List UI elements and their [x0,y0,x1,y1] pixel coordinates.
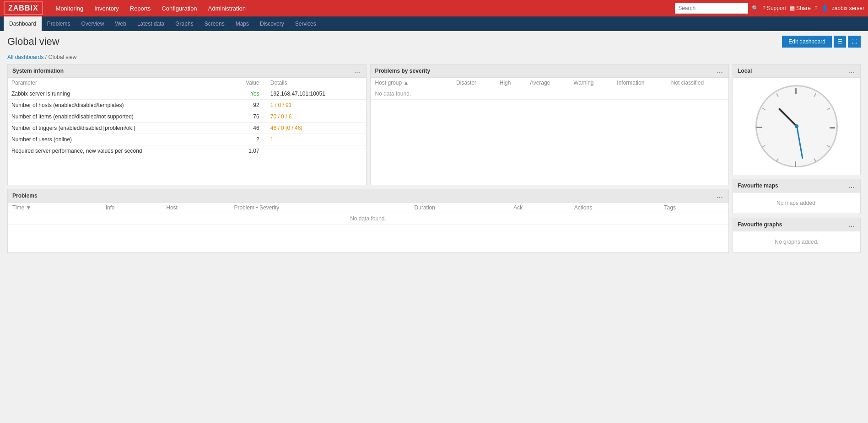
sysinfo-row-5: Required server performance, new values … [8,145,366,157]
problems-severity-widget: Problems by severity … Host group ▲ Disa… [370,64,729,185]
clock-header: Local … [733,64,860,78]
favourite-graphs-no-data: No graphs added. [775,239,818,245]
sysinfo-param-2: Number of items (enabled/disabled/not su… [8,111,227,123]
sysinfo-row-3: Number of triggers (enabled/disabled [pr… [8,123,366,134]
subnav-services[interactable]: Services [290,16,322,31]
breadcrumb: All dashboards / Global view [0,52,868,64]
sysinfo-val-4: 2 [227,134,267,145]
favourite-graphs-widget: Favourite graphs … No graphs added. [733,218,861,253]
problems-severity-header: Problems by severity … [371,64,729,78]
prob-col-problem: Problem • Severity [229,203,410,213]
prob-col-host: Host [162,203,229,213]
subnav-web[interactable]: Web [109,16,131,31]
prob-col-tags: Tags [660,203,728,213]
problems-severity-menu[interactable]: … [717,67,724,75]
prob-col-info: Info [101,203,162,213]
sysinfo-detail-2[interactable]: 70 / 0 / 6 [267,111,366,123]
sysinfo-detail-0: 192.168.47.101:10051 [267,88,366,100]
prob-col-duration: Duration [410,203,509,213]
subnav-dashboard[interactable]: Dashboard [4,16,42,31]
problems-header: Problems … [8,189,728,203]
search-icon[interactable]: 🔍 [752,5,759,11]
sysinfo-detail-4[interactable]: 1 [267,134,366,145]
favourite-graphs-title: Favourite graphs [738,221,782,228]
sysinfo-val-0: Yes [227,88,267,100]
psev-no-data-row: No data found. [371,88,729,100]
system-info-title: System information [12,68,64,74]
psev-col-warning: Warning [569,78,612,88]
dashboard-menu-button[interactable]: ☰ [834,36,846,48]
favourite-maps-no-data: No maps added. [776,200,817,206]
system-info-table: Parameter Value Details Zabbix server is… [8,78,366,156]
sysinfo-detail-5 [267,145,366,157]
share-link[interactable]: ▦ Share [790,5,811,11]
sysinfo-param-5: Required server performance, new values … [8,145,227,157]
support-icon: ? [762,5,766,11]
nav-reports[interactable]: Reports [124,0,156,16]
sysinfo-param-4: Number of users (online) [8,134,227,145]
problems-table: Time ▼ Info Host Problem • Severity Dura… [8,203,728,225]
clock-minute-hand [796,126,803,159]
top-nav-right: 🔍 ? Support ▦ Share ? 👤 zabbix server [675,3,864,14]
sysinfo-detail-1[interactable]: 1 / 0 / 91 [267,100,366,111]
right-column: Local … [733,64,861,253]
clock-hour-hand [778,108,798,127]
sysinfo-val-2: 76 [227,111,267,123]
col-parameter: Parameter [8,78,227,88]
subnav-overview[interactable]: Overview [75,16,109,31]
sysinfo-val-5: 1.07 [227,145,267,157]
psev-col-disaster: Disaster [452,78,495,88]
subnav-maps[interactable]: Maps [230,16,254,31]
dashboard-fullscreen-button[interactable]: ⛶ [848,36,861,48]
nav-administration[interactable]: Administration [203,0,251,16]
support-link[interactable]: ? Support [762,5,786,11]
main-content: System information … Parameter Value Det… [0,64,868,260]
subnav-latest-data[interactable]: Latest data [132,16,170,31]
sysinfo-row-1: Number of hosts (enabled/disabled/templa… [8,100,366,111]
user-name: zabbix server [832,5,864,11]
prob-col-time[interactable]: Time ▼ [8,203,101,213]
problems-severity-title: Problems by severity [375,68,431,74]
nav-monitoring[interactable]: Monitoring [50,0,89,16]
favourite-maps-menu[interactable]: … [848,182,856,189]
problems-menu[interactable]: … [717,192,724,199]
sysinfo-val-3: 46 [227,123,267,134]
sysinfo-param-1: Number of hosts (enabled/disabled/templa… [8,100,227,111]
edit-dashboard-button[interactable]: Edit dashboard [782,36,832,48]
breadcrumb-all-dashboards[interactable]: All dashboards [7,54,43,60]
problems-no-data-row: No data found. [8,213,728,224]
psev-no-data: No data found. [371,88,729,100]
favourite-graphs-content: No graphs added. [733,231,860,252]
breadcrumb-current: Global view [48,54,76,60]
page-title: Global view [7,36,59,48]
search-input[interactable] [675,3,748,14]
col-value: Value [227,78,267,88]
nav-configuration[interactable]: Configuration [156,0,202,16]
clock-face [755,85,838,167]
sysinfo-row-0: Zabbix server is running Yes 192.168.47.… [8,88,366,100]
system-info-menu[interactable]: … [354,67,361,75]
psev-col-high: High [495,78,525,88]
nav-inventory[interactable]: Inventory [89,0,124,16]
sysinfo-val-1: 92 [227,100,267,111]
clock-menu[interactable]: … [848,67,856,75]
subnav-graphs[interactable]: Graphs [170,16,199,31]
logo[interactable]: ZABBIX [4,1,43,15]
subnav-problems[interactable]: Problems [42,16,76,31]
clock-title: Local [738,68,752,74]
favourite-maps-widget: Favourite maps … No maps added. [733,179,861,214]
help-icon[interactable]: ? [814,5,818,11]
psev-col-notclassified: Not classified [667,78,728,88]
share-icon: ▦ [790,5,795,11]
psev-col-hostgroup[interactable]: Host group ▲ [371,78,452,88]
subnav-screens[interactable]: Screens [199,16,230,31]
sysinfo-row-2: Number of items (enabled/disabled/not su… [8,111,366,123]
problems-severity-table: Host group ▲ Disaster High Average Warni… [371,78,729,100]
prob-col-actions: Actions [570,203,660,213]
problems-no-data: No data found. [8,213,728,224]
favourite-graphs-menu[interactable]: … [848,221,856,228]
system-info-header: System information … [8,64,366,78]
user-icon[interactable]: 👤 [821,5,828,11]
subnav-discovery[interactable]: Discovery [254,16,290,31]
sysinfo-detail-3[interactable]: 46 / 0 [0 / 46] [267,123,366,134]
